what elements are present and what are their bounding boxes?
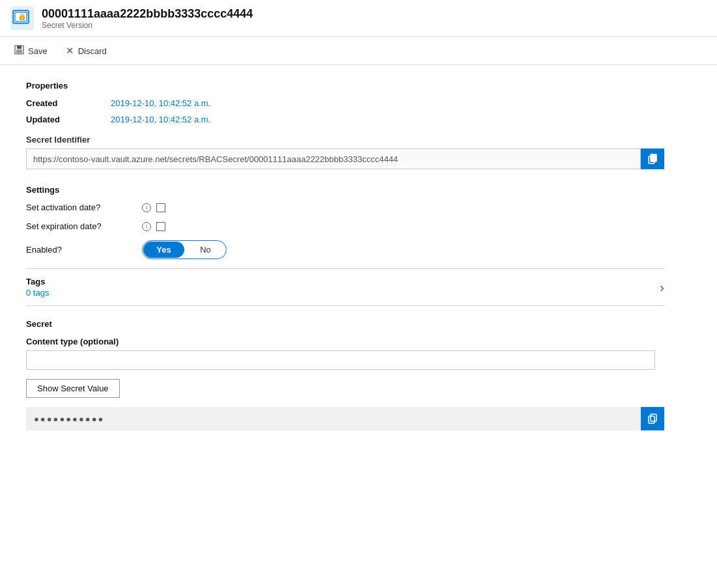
copy-secret-button[interactable] [641,407,664,430]
enabled-toggle[interactable]: Yes No [142,240,227,259]
created-row: Created 2019-12-10, 10:42:52 a.m. [26,98,691,108]
page-title: 00001111aaaa2222bbbb3333cccc4444 [42,7,253,21]
tags-section[interactable]: Tags 0 tags › [26,269,664,306]
expiration-date-row: Set expiration date? i [26,221,691,231]
show-secret-button[interactable]: Show Secret Value [26,379,120,398]
settings-section: Settings Set activation date? i Set expi… [26,185,691,259]
enabled-row: Enabled? Yes No [26,240,691,259]
activation-checkbox[interactable] [156,203,165,212]
secret-dots: ●●●●●●●●●●● [26,409,641,429]
updated-row: Updated 2019-12-10, 10:42:52 a.m. [26,115,691,124]
expiration-info-icon[interactable]: i [142,222,151,231]
svg-rect-12 [651,414,656,421]
discard-icon: ✕ [66,45,74,57]
copy-icon [647,154,658,164]
main-content: Properties Created 2019-12-10, 10:42:52 … [0,65,717,446]
tags-chevron-icon: › [660,280,664,295]
properties-section-title: Properties [26,81,691,91]
secret-section: Secret Content type (optional) Show Secr… [26,319,691,430]
header: 00001111aaaa2222bbbb3333cccc4444 Secret … [0,0,717,37]
content-type-label: Content type (optional) [26,337,691,346]
secret-value-row: ●●●●●●●●●●● [26,407,664,430]
secret-section-title: Secret [26,319,691,329]
save-label: Save [28,46,48,56]
created-value: 2019-12-10, 10:42:52 a.m. [111,98,210,108]
tags-info: Tags 0 tags [26,277,49,298]
activation-date-row: Set activation date? i [26,203,691,212]
toggle-no[interactable]: No [185,242,226,258]
key-vault-icon [10,7,34,30]
svg-rect-9 [651,154,656,161]
svg-point-5 [21,18,23,19]
tags-count: 0 tags [26,288,49,298]
expiration-label: Set expiration date? [26,221,137,231]
svg-rect-8 [16,49,22,53]
save-button[interactable]: Save [10,42,51,59]
toolbar: Save ✕ Discard [0,37,717,65]
page-subtitle: Secret Version [42,21,253,30]
discard-button[interactable]: ✕ Discard [62,42,111,59]
tags-label: Tags [26,277,49,287]
content-type-input[interactable] [26,350,655,370]
secret-identifier-field [26,148,664,169]
show-secret-label: Show Secret Value [37,384,109,393]
discard-label: Discard [78,46,107,56]
updated-label: Updated [26,115,111,124]
copy-secret-icon [647,413,658,424]
toggle-yes[interactable]: Yes [143,242,184,258]
svg-rect-13 [649,416,654,423]
save-icon [14,45,24,57]
created-label: Created [26,98,111,108]
expiration-checkbox[interactable] [156,222,165,231]
header-text-block: 00001111aaaa2222bbbb3333cccc4444 Secret … [42,7,253,30]
activation-info-icon[interactable]: i [142,203,151,212]
svg-rect-7 [17,46,21,49]
updated-value: 2019-12-10, 10:42:52 a.m. [111,115,210,124]
secret-identifier-label: Secret Identifier [26,135,691,145]
activation-label: Set activation date? [26,203,137,212]
copy-identifier-button[interactable] [641,148,664,169]
secret-identifier-input[interactable] [26,148,641,169]
enabled-label: Enabled? [26,245,137,255]
settings-section-title: Settings [26,185,691,195]
